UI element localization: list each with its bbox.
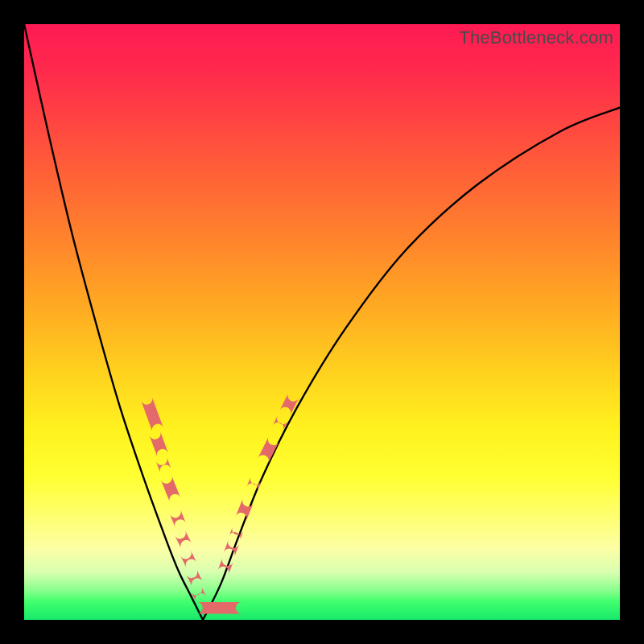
curve-marker	[187, 570, 203, 587]
curve-marker	[280, 393, 299, 415]
curve-marker	[161, 476, 180, 502]
curve-marker	[180, 551, 196, 568]
curve-marker	[246, 477, 261, 491]
curve-left	[24, 24, 203, 620]
curve-marker	[236, 498, 254, 520]
curve-right	[203, 108, 620, 620]
chart-frame: TheBottleneck.com	[0, 0, 644, 644]
curve-marker	[175, 530, 192, 548]
curve-marker	[156, 457, 171, 473]
curve-marker	[150, 431, 168, 456]
curve-marker	[141, 397, 163, 431]
chart-overlay	[24, 24, 620, 620]
chart-plot-area: TheBottleneck.com	[24, 24, 620, 620]
curve-marker	[170, 510, 186, 527]
curve-marker	[197, 602, 242, 613]
curve-markers	[141, 393, 299, 613]
